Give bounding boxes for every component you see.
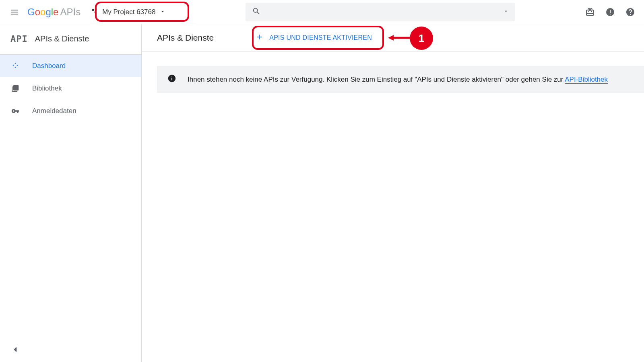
sidebar-item-credentials[interactable]: Anmeldedaten (0, 100, 141, 122)
project-selector[interactable]: My Project 63768 (85, 4, 171, 20)
help-icon (625, 7, 635, 17)
search-bar[interactable] (246, 3, 515, 21)
library-icon (10, 84, 20, 93)
help-button[interactable] (625, 6, 636, 18)
activate-apis-button[interactable]: APIS UND DIENSTE AKTIVIEREN (250, 30, 378, 46)
search-dropdown-icon[interactable] (503, 8, 509, 16)
svg-rect-6 (17, 348, 17, 352)
main-content: APIs & Dienste APIS UND DIENSTE AKTIVIER… (142, 24, 644, 362)
header-actions (584, 6, 636, 18)
gift-icon (585, 7, 595, 17)
info-icon (167, 74, 176, 85)
alert-icon (605, 7, 615, 17)
sidebar: API APIs & Dienste Dashboard Bibliothek (0, 24, 142, 362)
sidebar-nav: Dashboard Bibliothek Anmeldedaten (0, 55, 141, 122)
svg-point-0 (92, 9, 94, 11)
main-header: APIs & Dienste APIS UND DIENSTE AKTIVIER… (142, 24, 644, 51)
sidebar-item-label: Anmeldedaten (32, 107, 76, 115)
project-icon (91, 7, 98, 16)
notifications-button[interactable] (605, 6, 616, 18)
svg-rect-5 (610, 14, 611, 14)
hamburger-icon (10, 7, 19, 17)
search-input[interactable] (267, 8, 503, 16)
product-suffix: APIs (60, 6, 80, 18)
search-icon (252, 7, 261, 17)
key-icon (10, 107, 20, 115)
google-logo-text: Google (27, 6, 58, 18)
collapse-sidebar-button[interactable] (10, 345, 19, 356)
sidebar-section-title: APIs & Dienste (35, 34, 89, 43)
project-name-label: My Project 63768 (102, 8, 155, 16)
sidebar-item-library[interactable]: Bibliothek (0, 77, 141, 100)
activate-button-label: APIS UND DIENSTE AKTIVIEREN (269, 34, 372, 41)
chevron-down-icon (160, 8, 165, 16)
svg-point-2 (95, 11, 97, 13)
info-banner: Ihnen stehen noch keine APIs zur Verfügu… (157, 66, 644, 93)
svg-rect-4 (610, 10, 611, 13)
sidebar-header: API APIs & Dienste (0, 28, 141, 55)
sidebar-item-label: Dashboard (32, 62, 66, 70)
body: API APIs & Dienste Dashboard Bibliothek (0, 24, 644, 362)
page-title: APIs & Dienste (157, 33, 214, 43)
product-logo[interactable]: Google APIs (27, 6, 80, 18)
svg-point-1 (95, 8, 97, 10)
gift-button[interactable] (584, 6, 596, 18)
info-text: Ihnen stehen noch keine APIs zur Verfügu… (188, 76, 608, 84)
plus-icon (256, 33, 264, 43)
top-header: Google APIs My Project 63768 (0, 0, 644, 24)
menu-hamburger-button[interactable] (5, 2, 24, 22)
info-text-prefix: Ihnen stehen noch keine APIs zur Verfügu… (188, 76, 565, 83)
sidebar-item-dashboard[interactable]: Dashboard (0, 55, 141, 77)
api-library-link[interactable]: API-Bibliothek (565, 76, 608, 84)
chevron-left-icon (10, 345, 19, 354)
api-logo-icon: API (10, 34, 28, 44)
dashboard-icon (10, 62, 20, 70)
sidebar-item-label: Bibliothek (32, 84, 62, 93)
